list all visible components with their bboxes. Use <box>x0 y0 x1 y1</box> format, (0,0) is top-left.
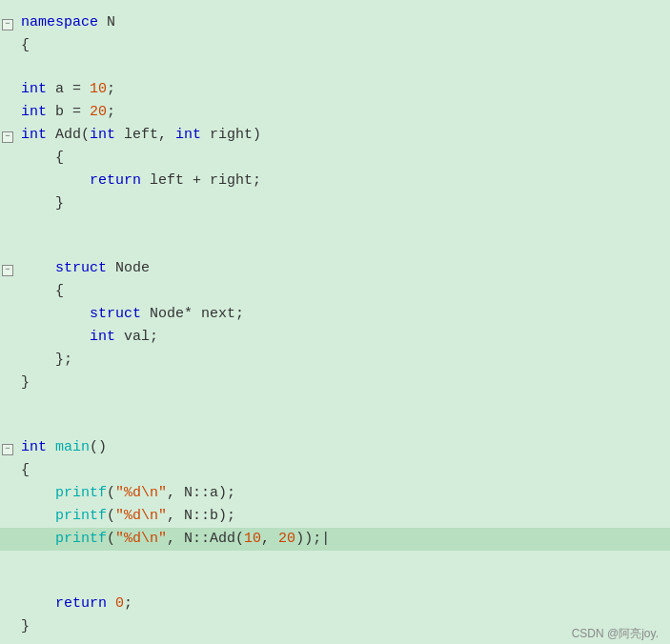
plain-token: right) <box>201 127 261 143</box>
plain-token: { <box>21 150 64 166</box>
code-content: { <box>17 460 670 481</box>
plain-token: , <box>261 531 278 547</box>
code-content: { <box>17 281 670 302</box>
plain-token: { <box>21 283 64 299</box>
code-line: printf("%d\n", N::a); <box>0 482 670 505</box>
code-line: printf("%d\n", N::b); <box>0 505 670 528</box>
code-line: { <box>0 280 670 303</box>
plain-token <box>21 485 55 501</box>
plain-token <box>47 439 55 455</box>
kw-token: struct <box>55 260 107 276</box>
code-content: int val; <box>17 327 670 348</box>
gutter[interactable]: − <box>0 265 17 276</box>
kw-token: int <box>175 127 201 143</box>
code-line <box>0 57 670 78</box>
code-line: return 0; <box>0 593 670 615</box>
code-content: int b = 20; <box>17 102 670 123</box>
code-line: int val; <box>0 326 670 349</box>
code-line <box>0 394 670 415</box>
code-line: } <box>0 192 670 215</box>
kw-token: return <box>90 172 141 189</box>
plain-token <box>21 329 90 345</box>
fn-token: printf <box>55 531 107 547</box>
code-line <box>0 572 670 593</box>
plain-token: N <box>98 14 115 30</box>
plain-token: ( <box>107 531 115 547</box>
kw-token: int <box>21 439 47 455</box>
fold-button[interactable]: − <box>2 19 13 30</box>
kw-token: namespace <box>21 14 98 30</box>
code-content: struct Node* next; <box>17 304 670 325</box>
code-content: int a = 10; <box>17 79 670 100</box>
code-content: { <box>17 148 670 169</box>
code-content: return 0; <box>17 594 670 614</box>
code-line: return left + right; <box>0 170 670 192</box>
plain-token: val; <box>115 329 158 345</box>
gutter[interactable]: − <box>0 19 17 30</box>
code-line: −int main() <box>0 436 670 459</box>
num-token: 20 <box>90 104 107 120</box>
code-content: printf("%d\n", N::Add(10, 20));| <box>17 529 670 550</box>
plain-token: ));| <box>295 531 330 547</box>
code-line: int a = 10; <box>0 78 670 101</box>
num-token: 10 <box>90 81 107 97</box>
str-token: "%d\n" <box>115 485 167 501</box>
code-content: } <box>17 193 670 214</box>
code-content: } <box>17 372 670 393</box>
kw-token: int <box>90 329 115 345</box>
code-line: { <box>0 147 670 170</box>
plain-token <box>21 595 55 612</box>
plain-token: ; <box>124 595 132 612</box>
code-line <box>0 551 670 572</box>
str-token: "%d\n" <box>115 531 167 547</box>
code-content: struct Node <box>17 258 670 279</box>
plain-token: left + right; <box>141 172 261 189</box>
fn-token: main <box>55 439 90 455</box>
code-line <box>0 415 670 436</box>
plain-token: { <box>21 37 30 53</box>
fold-button[interactable]: − <box>2 444 13 455</box>
plain-token: b = <box>47 104 90 120</box>
fold-button[interactable]: − <box>2 131 13 143</box>
code-area: −namespace N{int a = 10;int b = 20;−int … <box>0 8 670 642</box>
code-content: printf("%d\n", N::b); <box>17 506 670 527</box>
editor: −namespace N{int a = 10;int b = 20;−int … <box>0 0 670 644</box>
plain-token <box>21 508 55 524</box>
code-line <box>0 236 670 257</box>
plain-token: , N::b); <box>167 508 235 524</box>
plain-token: ; <box>107 104 115 120</box>
kw-token: struct <box>90 306 141 322</box>
code-line <box>0 215 670 236</box>
plain-token: ; <box>107 81 115 97</box>
code-line: }; <box>0 349 670 372</box>
kw-token: return <box>55 595 107 612</box>
plain-token <box>21 531 55 547</box>
code-line: struct Node* next; <box>0 303 670 326</box>
code-line: −namespace N <box>0 11 670 34</box>
gutter[interactable]: − <box>0 131 17 143</box>
plain-token: , N::a); <box>167 485 235 501</box>
fold-button[interactable]: − <box>2 265 13 276</box>
num-token: 10 <box>244 531 261 547</box>
plain-token: } <box>21 618 30 634</box>
num-token: 0 <box>115 595 124 612</box>
plain-token <box>21 172 90 189</box>
plain-token: left, <box>115 127 175 143</box>
code-content: }; <box>17 350 670 371</box>
code-line: − struct Node <box>0 257 670 280</box>
code-content: namespace N <box>17 12 670 33</box>
code-line: { <box>0 459 670 482</box>
plain-token <box>21 306 90 322</box>
code-content: int Add(int left, int right) <box>17 125 670 146</box>
plain-token: , N::Add( <box>167 531 244 547</box>
kw-token: int <box>21 127 47 143</box>
fn-token: printf <box>55 508 107 524</box>
code-content: printf("%d\n", N::a); <box>17 483 670 504</box>
plain-token: ( <box>107 485 115 501</box>
kw-token: int <box>21 104 47 120</box>
gutter[interactable]: − <box>0 444 17 455</box>
plain-token: }; <box>21 352 72 368</box>
code-line: int b = 20; <box>0 101 670 124</box>
code-line: } <box>0 372 670 394</box>
plain-token <box>107 595 115 612</box>
